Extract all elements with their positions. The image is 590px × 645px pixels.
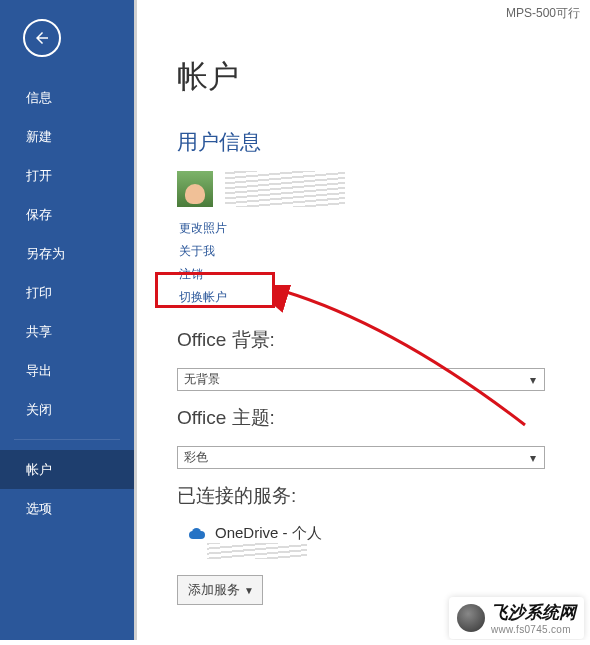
sidebar-list: 信息 新建 打开 保存 另存为 打印 共享 导出 关闭 帐户 选项: [0, 78, 134, 528]
sidebar-label: 保存: [26, 207, 52, 222]
sidebar-item-open[interactable]: 打开: [0, 156, 134, 195]
sidebar-label: 新建: [26, 129, 52, 144]
office-background-dropdown[interactable]: 无背景 ▾: [177, 368, 545, 391]
account-link-list: 更改照片 关于我 注销 切换帐户: [177, 217, 590, 309]
chevron-down-icon: ▼: [244, 585, 254, 596]
service-onedrive: OneDrive - 个人: [177, 524, 590, 543]
document-title: MPS-500可行: [506, 5, 580, 22]
sidebar-divider: [14, 439, 120, 440]
sidebar-item-share[interactable]: 共享: [0, 312, 134, 351]
sidebar-item-new[interactable]: 新建: [0, 117, 134, 156]
backstage-sidebar: 信息 新建 打开 保存 另存为 打印 共享 导出 关闭 帐户 选项: [0, 0, 134, 640]
user-info-heading: 用户信息: [177, 128, 590, 156]
sidebar-label: 关闭: [26, 402, 52, 417]
add-service-button[interactable]: 添加服务 ▼: [177, 575, 263, 605]
sidebar-label: 另存为: [26, 246, 65, 261]
connected-services-heading: 已连接的服务:: [177, 483, 590, 509]
onedrive-icon: [189, 528, 205, 539]
service-label: OneDrive - 个人: [215, 524, 322, 543]
sidebar-label: 选项: [26, 501, 52, 516]
office-background-heading: Office 背景:: [177, 327, 590, 353]
user-info-row: [177, 171, 590, 207]
back-arrow-icon: [33, 29, 51, 47]
watermark-title: 飞沙系统网: [491, 601, 576, 624]
office-theme-dropdown[interactable]: 彩色 ▾: [177, 446, 545, 469]
button-label: 添加服务: [188, 581, 240, 599]
watermark: 飞沙系统网 www.fs0745.com: [449, 597, 584, 639]
sidebar-item-save[interactable]: 保存: [0, 195, 134, 234]
sidebar-label: 信息: [26, 90, 52, 105]
office-theme-heading: Office 主题:: [177, 405, 590, 431]
sidebar-item-close[interactable]: 关闭: [0, 390, 134, 429]
back-button[interactable]: [23, 19, 61, 57]
sidebar-label: 打印: [26, 285, 52, 300]
sidebar-item-options[interactable]: 选项: [0, 489, 134, 528]
chevron-down-icon: ▾: [526, 373, 540, 387]
chevron-down-icon: ▾: [526, 451, 540, 465]
page-title: 帐户: [177, 56, 590, 98]
change-photo-link[interactable]: 更改照片: [177, 217, 590, 240]
sign-out-link[interactable]: 注销: [177, 263, 590, 286]
about-me-link[interactable]: 关于我: [177, 240, 590, 263]
watermark-url: www.fs0745.com: [491, 624, 576, 635]
sidebar-label: 共享: [26, 324, 52, 339]
avatar: [177, 171, 213, 207]
dropdown-value: 无背景: [184, 371, 220, 388]
sidebar-label: 帐户: [26, 462, 52, 477]
sidebar-label: 打开: [26, 168, 52, 183]
sidebar-item-info[interactable]: 信息: [0, 78, 134, 117]
user-name-redacted: [225, 171, 345, 207]
sidebar-item-print[interactable]: 打印: [0, 273, 134, 312]
sidebar-item-export[interactable]: 导出: [0, 351, 134, 390]
dropdown-value: 彩色: [184, 449, 208, 466]
content-area: MPS-500可行 帐户 用户信息 更改照片 关于我 注销 切换帐户 Offic…: [137, 0, 590, 640]
switch-account-link[interactable]: 切换帐户: [177, 286, 590, 309]
sidebar-item-account[interactable]: 帐户: [0, 450, 134, 489]
sidebar-label: 导出: [26, 363, 52, 378]
service-account-redacted: [177, 543, 590, 561]
sidebar-item-saveas[interactable]: 另存为: [0, 234, 134, 273]
watermark-logo-icon: [457, 604, 485, 632]
